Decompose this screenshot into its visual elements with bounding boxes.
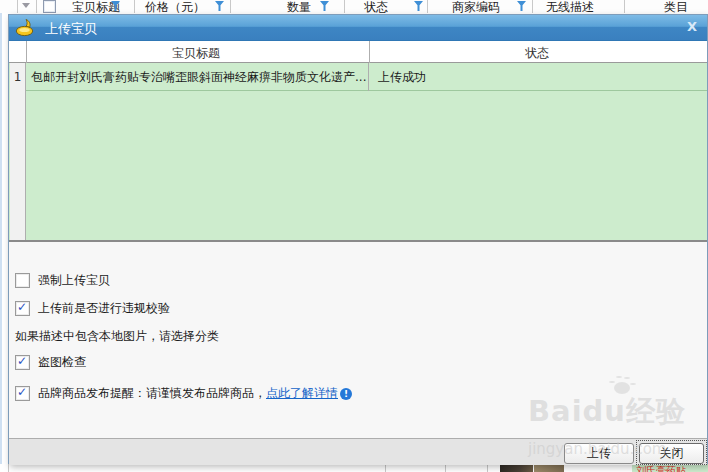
column-divider	[230, 0, 231, 13]
violation-check-label: 上传前是否进行违规校验	[38, 300, 170, 317]
filter-icon[interactable]	[215, 1, 224, 11]
force-upload-label: 强制上传宝贝	[38, 272, 110, 289]
column-divider	[8, 464, 9, 472]
product-thumbnail	[534, 464, 564, 472]
column-divider	[134, 0, 135, 13]
column-divider	[445, 464, 446, 472]
column-divider	[624, 0, 625, 13]
background-table-bottom: 刘氏膏药贴	[0, 464, 708, 472]
upload-button[interactable]: 上传	[564, 443, 634, 464]
column-divider	[532, 0, 533, 13]
close-button-focus-ring: 关闭	[636, 440, 707, 465]
app-logo-icon	[14, 18, 36, 38]
chevron-down-icon[interactable]	[22, 3, 30, 8]
filter-icon[interactable]	[414, 1, 423, 11]
theft-check-label: 盗图检查	[38, 354, 86, 371]
violation-check-checkbox[interactable]	[15, 301, 30, 316]
force-upload-checkbox[interactable]	[15, 273, 30, 288]
dialog-table-header: 宝贝标题 状态	[9, 41, 707, 63]
close-button[interactable]: 关闭	[639, 443, 704, 464]
column-divider	[344, 0, 345, 13]
dialog-title: 上传宝贝	[45, 20, 97, 38]
product-thumbnail	[500, 464, 533, 472]
option-local-image: 如果描述中包含本地图片，请选择分类	[15, 328, 219, 345]
column-divider	[385, 464, 386, 472]
option-theft-check: 盗图检查	[15, 354, 86, 371]
dialog-titlebar[interactable]: 上传宝贝 X	[9, 15, 707, 41]
col-header-title: 宝贝标题	[172, 45, 220, 62]
window-left-edge	[0, 13, 2, 472]
select-all-checkbox[interactable]	[43, 0, 56, 13]
background-table-header: 宝贝标题 价格（元） 数量 状态 商家编码 无线描述 类目	[0, 0, 708, 13]
upload-options-panel: 强制上传宝贝 上传前是否进行违规校验 如果描述中包含本地图片，请选择分类 默认图…	[9, 242, 707, 438]
result-table-body: 1 包邮开封刘氏膏药贴专治嘴歪眼斜面神经麻痹非物质文化遗产... 上传成功	[9, 63, 707, 242]
background-row-cell: 刘氏膏药贴	[632, 464, 708, 472]
column-divider	[487, 464, 488, 472]
filter-icon[interactable]	[320, 1, 329, 11]
theft-check-checkbox[interactable]	[15, 355, 30, 370]
local-image-label: 如果描述中包含本地图片，请选择分类	[15, 328, 219, 345]
info-icon[interactable]: !	[340, 388, 352, 400]
filter-icon[interactable]	[111, 1, 120, 11]
learn-more-link[interactable]: 点此了解详情	[266, 385, 338, 402]
close-icon[interactable]: X	[687, 19, 697, 34]
filter-icon[interactable]	[517, 1, 526, 11]
column-divider	[17, 0, 18, 13]
column-divider	[36, 0, 37, 13]
brand-reminder-checkbox[interactable]	[15, 386, 30, 401]
option-violation-check: 上传前是否进行违规校验	[15, 300, 170, 317]
upload-dialog: 上传宝贝 X 宝贝标题 状态 1 包邮开封刘氏膏药贴专治嘴歪眼斜面神经麻痹非物质…	[8, 14, 708, 464]
row-number: 1	[10, 63, 26, 91]
dialog-footer: 上传 关闭	[9, 438, 707, 465]
col-header-status: 状态	[525, 45, 549, 62]
row-upload-status: 上传成功	[370, 63, 708, 91]
column-divider	[427, 0, 428, 13]
table-row[interactable]: 1 包邮开封刘氏膏药贴专治嘴歪眼斜面神经麻痹非物质文化遗产... 上传成功	[10, 63, 707, 91]
column-divider	[369, 41, 370, 63]
column-divider	[26, 41, 27, 63]
brand-reminder-label: 品牌商品发布提醒：请谨慎发布品牌商品，	[38, 385, 266, 402]
option-brand-reminder: 品牌商品发布提醒：请谨慎发布品牌商品， 点此了解详情 !	[15, 385, 352, 402]
row-item-title: 包邮开封刘氏膏药贴专治嘴歪眼斜面神经麻痹非物质文化遗产...	[27, 63, 369, 91]
option-force-upload: 强制上传宝贝	[15, 272, 110, 289]
